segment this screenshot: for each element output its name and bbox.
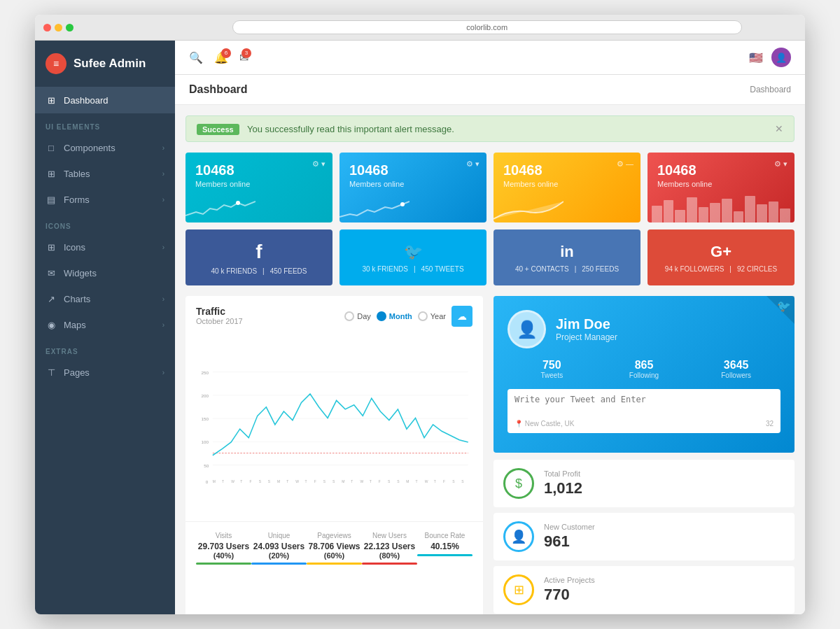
twitter-bird-icon: 🐦 bbox=[777, 299, 791, 313]
twitter-icon: 🐦 bbox=[350, 243, 476, 261]
stat-card-red: ⚙ ▾ 10468 Members online bbox=[648, 153, 794, 222]
filter-year[interactable]: Year bbox=[418, 311, 446, 321]
alert-close-button[interactable]: ✕ bbox=[775, 123, 783, 134]
sidebar-item-dashboard[interactable]: ⊞ Dashboard bbox=[35, 87, 175, 113]
top-bar: 🔍 🔔 6 ✉ 3 🇺🇸 👤 bbox=[175, 41, 805, 75]
tables-icon: ⊞ bbox=[46, 169, 57, 179]
url-bar[interactable]: colorlib.com bbox=[232, 20, 742, 34]
svg-text:0: 0 bbox=[206, 480, 209, 485]
tweets-label: Tweets bbox=[507, 372, 596, 379]
svg-text:M: M bbox=[277, 479, 280, 483]
close-dot[interactable] bbox=[43, 24, 51, 31]
stat-cards-row: ⚙ ▾ 10468 Members online ⚙ ▾ 10468 Membe… bbox=[186, 153, 794, 222]
visits-sub: (40%) bbox=[196, 551, 251, 560]
googleplus-followers: 94 k FOLLOWERS bbox=[665, 265, 724, 273]
sidebar-item-components[interactable]: □ Components › bbox=[35, 135, 175, 161]
maximize-dot[interactable] bbox=[66, 24, 74, 31]
pageviews-sub: (60%) bbox=[307, 551, 362, 560]
icons-icon: ⊞ bbox=[46, 242, 57, 253]
svg-text:S: S bbox=[397, 479, 400, 483]
social-card-twitter: 🐦 30 k FRIENDS | 450 TWEETS bbox=[340, 229, 486, 285]
svg-text:F: F bbox=[314, 479, 316, 483]
chevron-icon: › bbox=[162, 170, 164, 178]
svg-text:T: T bbox=[240, 479, 242, 483]
tweet-input-area[interactable]: 📍 New Castle, UK 32 bbox=[507, 389, 780, 433]
message-icon[interactable]: ✉ 3 bbox=[239, 51, 248, 64]
profile-name: Jim Doe bbox=[556, 316, 617, 332]
facebook-stats: 40 k FRIENDS | 450 FEEDS bbox=[196, 267, 322, 275]
pages-icon: ⊤ bbox=[46, 367, 57, 378]
breadcrumb: Dashboard bbox=[750, 85, 791, 94]
profit-icon: $ bbox=[503, 468, 534, 499]
profile-role: Project Manager bbox=[556, 332, 617, 342]
brand-icon: ≡ bbox=[46, 53, 66, 74]
unique-sub: (20%) bbox=[251, 551, 307, 560]
googleplus-circles: 92 CIRCLES bbox=[737, 265, 777, 273]
kpi-item-customer: 👤 New Customer 961 bbox=[493, 513, 794, 560]
svg-text:M: M bbox=[213, 479, 216, 483]
page-title: Dashboard bbox=[189, 83, 248, 96]
sidebar-item-forms[interactable]: ▤ Forms › bbox=[35, 187, 175, 213]
filter-day-label: Day bbox=[357, 312, 371, 320]
forms-icon: ▤ bbox=[46, 195, 57, 205]
sidebar-item-charts[interactable]: ↗ Charts › bbox=[35, 286, 175, 312]
tweets-stat: 750 Tweets bbox=[507, 359, 596, 379]
sidebar-item-widgets[interactable]: ✉ Widgets bbox=[35, 260, 175, 286]
linkedin-contacts: 40 + CONTACTS bbox=[515, 265, 569, 273]
dashboard-icon: ⊞ bbox=[46, 95, 57, 106]
svg-text:S: S bbox=[388, 479, 391, 483]
traffic-card: Traffic October 2017 Day Mont bbox=[186, 296, 483, 614]
twitter-friends: 30 k FRIENDS bbox=[362, 265, 408, 273]
sidebar-item-maps[interactable]: ◉ Maps › bbox=[35, 312, 175, 338]
svg-text:S: S bbox=[323, 479, 326, 483]
followers-label: Followers bbox=[692, 372, 780, 379]
svg-text:50: 50 bbox=[204, 463, 209, 468]
sidebar-item-pages[interactable]: ⊤ Pages › bbox=[35, 360, 175, 386]
user-avatar-large: 👤 bbox=[507, 310, 546, 348]
svg-text:M: M bbox=[342, 479, 344, 483]
svg-text:F: F bbox=[443, 479, 445, 483]
twitter-stats: 30 k FRIENDS | 450 TWEETS bbox=[350, 265, 476, 273]
charts-icon: ↗ bbox=[46, 294, 57, 304]
sidebar-label-tables: Tables bbox=[64, 169, 90, 179]
user-avatar[interactable]: 👤 bbox=[771, 48, 791, 67]
char-count: 32 bbox=[766, 420, 774, 427]
sidebar-label-components: Components bbox=[64, 143, 115, 153]
sidebar-label-pages: Pages bbox=[64, 367, 90, 378]
pageviews-label: Pageviews bbox=[307, 532, 362, 539]
sidebar-label-maps: Maps bbox=[64, 320, 86, 330]
filter-month-label: Month bbox=[389, 312, 412, 320]
social-card-facebook: f 40 k FRIENDS | 450 FEEDS bbox=[186, 229, 332, 285]
filter-day[interactable]: Day bbox=[344, 311, 371, 321]
filter-month[interactable]: Month bbox=[377, 311, 412, 321]
following-label: Following bbox=[600, 372, 689, 379]
section-label-icons: ICONS bbox=[35, 213, 175, 234]
maps-icon: ◉ bbox=[46, 320, 57, 330]
chart-stat-unique: Unique 24.093 Users (20%) bbox=[251, 529, 307, 567]
tweet-input[interactable] bbox=[514, 395, 774, 414]
sidebar-item-tables[interactable]: ⊞ Tables › bbox=[35, 161, 175, 187]
chart-stat-pageviews: Pageviews 78.706 Views (60%) bbox=[307, 529, 362, 567]
download-button[interactable]: ☁ bbox=[451, 306, 472, 327]
top-bar-left: 🔍 🔔 6 ✉ 3 bbox=[189, 51, 248, 64]
svg-text:F: F bbox=[249, 479, 251, 483]
sidebar-item-icons[interactable]: ⊞ Icons › bbox=[35, 234, 175, 260]
notification-bell[interactable]: 🔔 6 bbox=[214, 51, 228, 64]
svg-text:T: T bbox=[415, 479, 417, 483]
stat-card-controls: ⚙ ▾ bbox=[312, 160, 326, 169]
newusers-bar bbox=[362, 563, 417, 565]
stat-card-label-3: Members online bbox=[503, 180, 631, 188]
svg-text:T: T bbox=[351, 479, 353, 483]
traffic-header: Traffic October 2017 Day Mont bbox=[186, 296, 483, 332]
section-label-extras: EXTRAS bbox=[35, 338, 175, 360]
svg-text:T: T bbox=[434, 479, 436, 483]
filter-year-label: Year bbox=[430, 312, 446, 320]
minimize-dot[interactable] bbox=[55, 24, 62, 31]
svg-text:W: W bbox=[295, 479, 299, 483]
traffic-chart-svg: 250 200 150 100 50 0 bbox=[196, 332, 472, 521]
search-icon[interactable]: 🔍 bbox=[189, 51, 203, 64]
profit-value: 1,012 bbox=[544, 479, 785, 497]
alert-badge: Success bbox=[197, 124, 239, 135]
svg-text:200: 200 bbox=[202, 393, 209, 398]
svg-point-1 bbox=[400, 202, 405, 206]
